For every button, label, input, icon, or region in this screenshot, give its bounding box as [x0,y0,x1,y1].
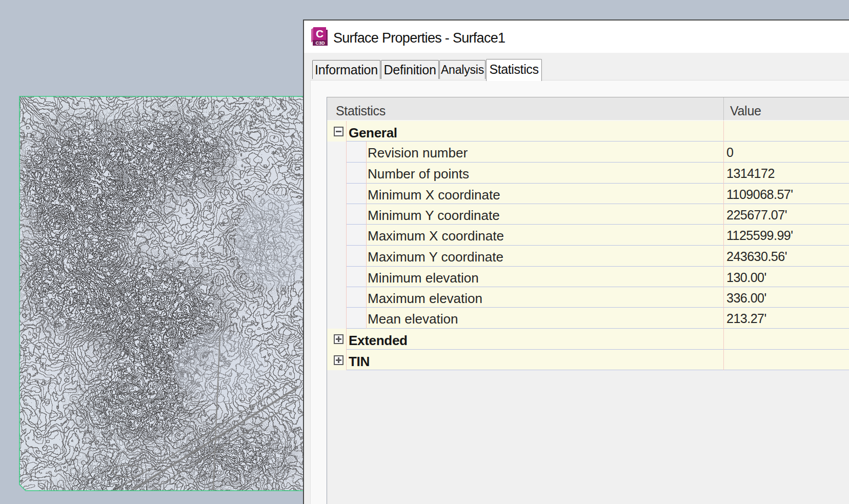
svg-text:C3D: C3D [315,41,325,46]
svg-text:C: C [316,28,324,39]
